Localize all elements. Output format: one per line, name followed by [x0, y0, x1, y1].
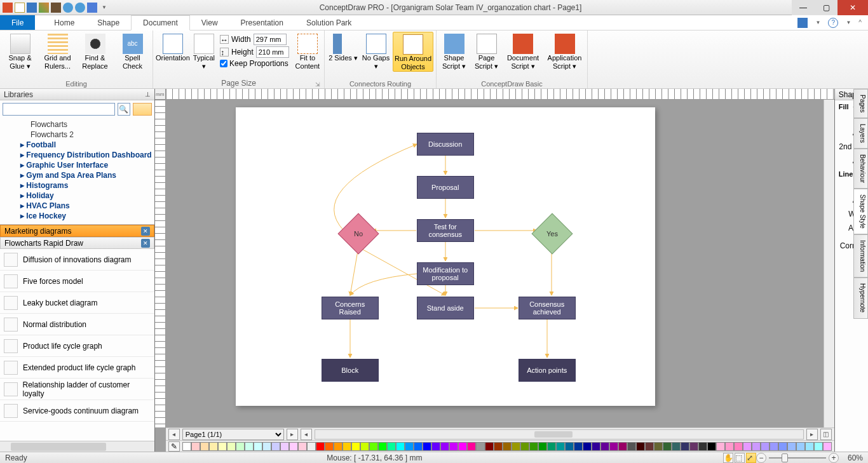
color-swatch[interactable] — [627, 442, 636, 451]
two-sides-button[interactable]: 2 Sides ▾ — [327, 32, 359, 62]
nav-corner-button[interactable]: ◫ — [820, 429, 832, 440]
side-tab-layers[interactable]: Layers — [853, 118, 868, 149]
next-page-button[interactable]: ▸ — [287, 429, 298, 440]
horizontal-ruler[interactable] — [166, 89, 834, 100]
help-icon[interactable]: ? — [828, 18, 838, 28]
pin-icon[interactable]: ⊥ — [145, 91, 151, 98]
color-swatch[interactable] — [787, 442, 796, 451]
color-swatch[interactable] — [227, 442, 236, 451]
tree-item[interactable]: ▸ Graphic User Interface — [0, 160, 154, 170]
height-input[interactable] — [256, 46, 289, 58]
color-swatch[interactable] — [440, 442, 449, 451]
library-search-input[interactable] — [3, 103, 115, 116]
color-swatch[interactable] — [618, 442, 627, 451]
side-tab-hypernote[interactable]: Hypernote — [853, 278, 868, 318]
color-swatch[interactable] — [565, 442, 574, 451]
canvas-viewport[interactable]: DiscussionProposalTest for consensusModi… — [166, 100, 834, 427]
color-swatch[interactable] — [538, 442, 547, 451]
shape-item[interactable]: Extended product life cycle graph — [0, 357, 154, 379]
undo-icon[interactable] — [63, 3, 73, 13]
color-swatch[interactable] — [778, 442, 787, 451]
color-swatch[interactable] — [494, 442, 503, 451]
tab-solution-park[interactable]: Solution Park — [295, 15, 363, 30]
color-swatch[interactable] — [574, 442, 583, 451]
color-swatch[interactable] — [476, 442, 485, 451]
flowchart-decision-no[interactable]: No — [337, 213, 379, 254]
tree-item[interactable]: ▸ Holiday — [0, 191, 154, 201]
color-swatch[interactable] — [200, 442, 209, 451]
tree-item[interactable]: ▸ HVAC Plans — [0, 201, 154, 211]
prev-page-button[interactable]: ◂ — [168, 429, 180, 440]
color-swatch[interactable] — [280, 442, 289, 451]
tree-item[interactable]: Flowcharts — [0, 119, 154, 130]
color-swatch[interactable] — [467, 442, 476, 451]
flowchart-node-test[interactable]: Test for consensus — [417, 219, 474, 242]
tab-file[interactable]: File — [0, 15, 35, 30]
dropdown-icon[interactable]: ▼ — [846, 20, 851, 25]
color-swatch[interactable] — [307, 442, 316, 451]
first-page-button[interactable]: ◂ — [301, 429, 312, 440]
tab-presentation[interactable]: Presentation — [229, 15, 295, 30]
color-swatch[interactable] — [218, 442, 227, 451]
minimize-button[interactable]: — — [792, 0, 815, 15]
page-selector[interactable]: Page1 (1/1) — [182, 429, 284, 440]
tab-shape[interactable]: Shape — [86, 15, 131, 30]
color-swatch[interactable] — [396, 442, 405, 451]
tree-item[interactable]: ▸ Gym and Spa Area Plans — [0, 170, 154, 180]
color-swatch[interactable] — [236, 442, 245, 451]
library-view-toggle[interactable] — [133, 103, 152, 116]
redo-icon[interactable] — [75, 3, 85, 13]
page[interactable]: DiscussionProposalTest for consensusModi… — [236, 107, 655, 406]
tree-item[interactable]: ▸ Histograms — [0, 180, 154, 191]
application-script-button[interactable]: Application Script ▾ — [545, 32, 585, 70]
shape-item[interactable]: Leaky bucket diagram — [0, 292, 154, 314]
color-swatch[interactable] — [716, 442, 725, 451]
color-swatch[interactable] — [672, 442, 681, 451]
tree-item[interactable]: ▸ Ice Hockey — [0, 211, 154, 221]
color-swatch[interactable] — [512, 442, 520, 451]
grid-rulers-button[interactable]: Grid and Rulers... — [40, 32, 75, 70]
color-swatch[interactable] — [698, 442, 707, 451]
color-swatch[interactable] — [378, 442, 387, 451]
shape-item[interactable]: Normal distribution — [0, 314, 154, 335]
shape-item[interactable]: Relationship ladder of customer loyalty — [0, 379, 154, 400]
canvas-vscrollbar[interactable] — [824, 100, 834, 427]
tab-document[interactable]: Document — [131, 15, 190, 30]
width-input[interactable] — [254, 34, 287, 45]
flowchart-node-block[interactable]: Block — [322, 359, 379, 382]
dialog-launcher-icon[interactable]: ⇲ — [315, 81, 320, 88]
vertical-ruler[interactable] — [155, 100, 166, 427]
library-section-marketing[interactable]: Marketing diagrams✕ — [0, 225, 154, 237]
color-swatch[interactable] — [583, 442, 592, 451]
color-swatch[interactable] — [191, 442, 200, 451]
color-swatch[interactable] — [414, 442, 423, 451]
color-swatch[interactable] — [262, 442, 271, 451]
flowchart-node-discussion[interactable]: Discussion — [417, 133, 474, 156]
color-swatch[interactable] — [342, 442, 351, 451]
color-swatch[interactable] — [423, 442, 431, 451]
color-swatch[interactable] — [254, 442, 262, 451]
color-swatch[interactable] — [600, 442, 609, 451]
library-section-flowcharts[interactable]: Flowcharts Rapid Draw✕ — [0, 237, 154, 249]
library-shapes-list[interactable]: Diffusion of innovations diagramFive for… — [0, 249, 154, 441]
color-swatch[interactable] — [743, 442, 752, 451]
shape-item[interactable]: Product life cycle graph — [0, 335, 154, 357]
library-hscrollbar[interactable] — [0, 441, 154, 452]
page-script-button[interactable]: Page Script ▾ — [471, 32, 501, 70]
search-button[interactable]: 🔍 — [118, 103, 130, 116]
close-button[interactable]: ✕ — [837, 0, 868, 15]
save-as-icon[interactable] — [39, 3, 49, 13]
last-page-button[interactable]: ▸ — [806, 429, 818, 440]
color-swatch[interactable] — [387, 442, 396, 451]
zoom-out-button[interactable]: − — [756, 453, 766, 463]
color-swatch[interactable] — [556, 442, 565, 451]
palette-tool-icon[interactable]: ✎ — [168, 441, 180, 452]
color-swatch[interactable] — [209, 442, 218, 451]
side-tab-pages[interactable]: Pages — [853, 89, 868, 118]
color-swatch[interactable] — [485, 442, 494, 451]
maximize-button[interactable]: ▢ — [815, 0, 837, 15]
paste-icon[interactable] — [51, 3, 61, 13]
document-script-button[interactable]: Document Script ▾ — [504, 32, 542, 70]
flowchart-node-proposal[interactable]: Proposal — [417, 176, 474, 199]
color-swatch[interactable] — [529, 442, 538, 451]
